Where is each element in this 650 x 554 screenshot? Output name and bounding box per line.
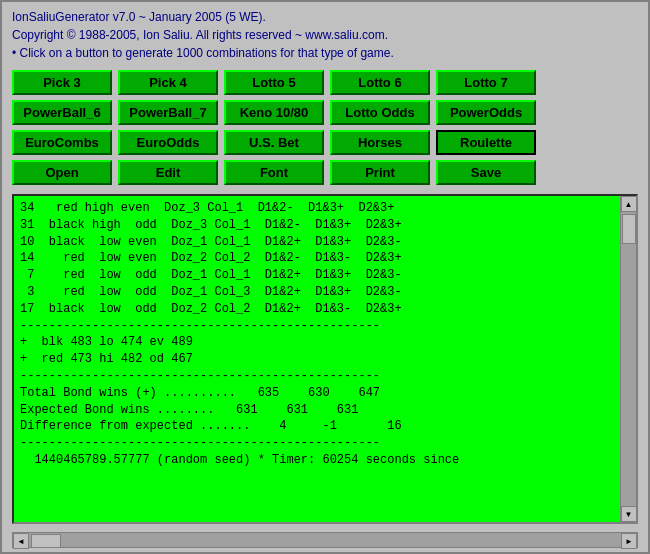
header-line2: Copyright © 1988-2005, Ion Saliu. All ri… [12, 26, 638, 44]
header-area: IonSaliuGenerator v7.0 ~ January 2005 (5… [2, 2, 648, 66]
button-row-3: EuroCombs EuroOdds U.S. Bet Horses Roule… [12, 130, 638, 155]
scroll-down-button[interactable]: ▼ [621, 506, 637, 522]
header-line3: • Click on a button to generate 1000 com… [12, 44, 638, 62]
output-area: 34 red high even Doz_3 Col_1 D1&2- D1&3+… [12, 194, 638, 524]
keno-button[interactable]: Keno 10/80 [224, 100, 324, 125]
horses-button[interactable]: Horses [330, 130, 430, 155]
powerball7-button[interactable]: PowerBall_7 [118, 100, 218, 125]
euroodds-button[interactable]: EuroOdds [118, 130, 218, 155]
lotto-odds-button[interactable]: Lotto Odds [330, 100, 430, 125]
lotto5-button[interactable]: Lotto 5 [224, 70, 324, 95]
button-rows: Pick 3 Pick 4 Lotto 5 Lotto 6 Lotto 7 Po… [2, 66, 648, 194]
pick4-button[interactable]: Pick 4 [118, 70, 218, 95]
open-button[interactable]: Open [12, 160, 112, 185]
button-row-1: Pick 3 Pick 4 Lotto 5 Lotto 6 Lotto 7 [12, 70, 638, 95]
output-text: 34 red high even Doz_3 Col_1 D1&2- D1&3+… [14, 196, 620, 522]
scroll-right-button[interactable]: ► [621, 533, 637, 549]
button-row-4: Open Edit Font Print Save [12, 160, 638, 185]
powerball6-button[interactable]: PowerBall_6 [12, 100, 112, 125]
header-text: IonSaliuGenerator v7.0 ~ January 2005 (5… [12, 8, 638, 62]
scroll-up-button[interactable]: ▲ [621, 196, 637, 212]
scroll-left-button[interactable]: ◄ [13, 533, 29, 549]
lotto6-button[interactable]: Lotto 6 [330, 70, 430, 95]
eurocombs-button[interactable]: EuroCombs [12, 130, 112, 155]
vertical-scrollbar[interactable]: ▲ ▼ [620, 196, 636, 522]
scroll-track-v[interactable] [621, 212, 636, 506]
usbet-button[interactable]: U.S. Bet [224, 130, 324, 155]
font-button[interactable]: Font [224, 160, 324, 185]
edit-button[interactable]: Edit [118, 160, 218, 185]
save-button[interactable]: Save [436, 160, 536, 185]
powerodds-button[interactable]: PowerOdds [436, 100, 536, 125]
horizontal-scrollbar[interactable]: ◄ ► [12, 532, 638, 548]
button-row-2: PowerBall_6 PowerBall_7 Keno 10/80 Lotto… [12, 100, 638, 125]
pick3-button[interactable]: Pick 3 [12, 70, 112, 95]
header-line1: IonSaliuGenerator v7.0 ~ January 2005 (5… [12, 8, 638, 26]
scroll-thumb-v[interactable] [622, 214, 636, 244]
lotto7-button[interactable]: Lotto 7 [436, 70, 536, 95]
print-button[interactable]: Print [330, 160, 430, 185]
roulette-button[interactable]: Roulette [436, 130, 536, 155]
scroll-thumb-h[interactable] [31, 534, 61, 548]
main-window: IonSaliuGenerator v7.0 ~ January 2005 (5… [0, 0, 650, 554]
scroll-track-h[interactable] [29, 533, 621, 547]
